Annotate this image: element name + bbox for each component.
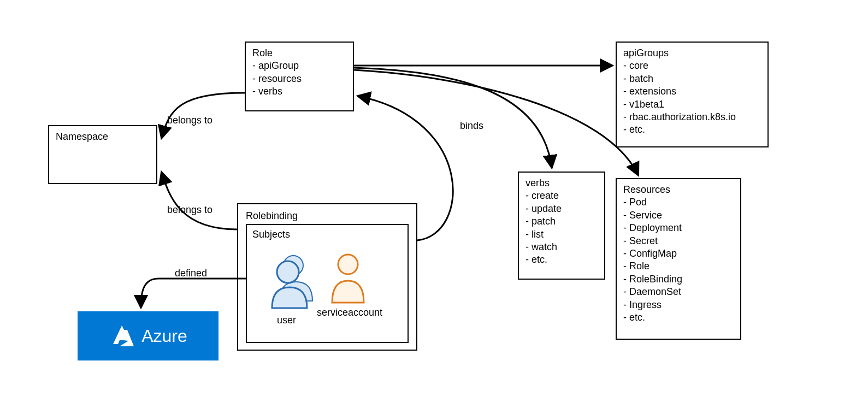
user-label: user — [277, 315, 296, 326]
edge-subjects-azure — [141, 279, 246, 307]
rolebinding-title: Rolebinding — [246, 210, 409, 222]
namespace-box: Namespace — [48, 125, 157, 184]
edge-label-belongs-to-2: belongs to — [167, 204, 212, 216]
edge-label-belongs-to-1: belongs to — [167, 115, 212, 126]
edge-rolebinding-namespace — [162, 173, 237, 229]
azure-label: Azure — [141, 326, 187, 346]
resources-item: - Role — [623, 260, 734, 273]
role-item: - resources — [252, 73, 346, 85]
apigroups-item: - etc. — [623, 123, 761, 136]
verbs-item: - etc. — [525, 253, 598, 266]
resources-item: - DaemonSet — [623, 286, 734, 298]
role-title: Role — [252, 47, 346, 60]
subjects-box: Subjects user serviceaccount — [246, 224, 409, 343]
verbs-item: - create — [525, 190, 598, 202]
resources-item: - Service — [623, 209, 734, 222]
resources-title: Resources — [623, 184, 734, 196]
subjects-title: Subjects — [252, 228, 402, 241]
apigroups-item: - extensions — [623, 85, 761, 98]
verbs-item: - watch — [525, 241, 598, 253]
apigroups-item: - core — [623, 60, 761, 72]
resources-item: - Ingress — [623, 299, 734, 311]
azure-box: Azure — [78, 311, 219, 360]
resources-item: - ConfigMap — [623, 247, 734, 260]
apigroups-title: apiGroups — [623, 47, 761, 60]
edge-role-verbs — [354, 68, 552, 167]
verbs-item: - update — [525, 203, 598, 215]
verbs-item: - patch — [525, 215, 598, 228]
verbs-item: - list — [525, 228, 598, 241]
serviceaccount-icon — [329, 252, 367, 304]
serviceaccount-label: serviceaccount — [317, 307, 382, 318]
verbs-title: verbs — [525, 177, 598, 190]
svg-point-1 — [277, 261, 299, 283]
apigroups-box: apiGroups - core - batch - extensions - … — [616, 42, 769, 147]
resources-item: - Secret — [623, 235, 734, 247]
edge-role-resources — [354, 70, 638, 175]
resources-box: Resources - Pod - Service - Deployment -… — [616, 178, 741, 340]
role-item: - verbs — [252, 85, 346, 98]
azure-icon — [109, 322, 136, 350]
verbs-box: verbs - create - update - patch - list -… — [518, 172, 605, 280]
role-box: Role - apiGroup - resources - verbs — [245, 42, 354, 111]
role-item: - apiGroup — [252, 60, 346, 72]
resources-item: - RoleBinding — [623, 273, 734, 286]
apigroups-item: - v1beta1 — [623, 98, 761, 111]
namespace-title: Namespace — [56, 131, 150, 143]
resources-item: - Deployment — [623, 222, 734, 234]
resources-item: - Pod — [623, 196, 734, 209]
apigroups-item: - batch — [623, 73, 761, 85]
apigroups-item: - rbac.authorization.k8s.io — [623, 111, 761, 123]
resources-item: - etc. — [623, 311, 734, 324]
edge-label-binds: binds — [460, 120, 483, 132]
edge-label-defined: defined — [175, 268, 207, 279]
user-icon — [269, 249, 318, 309]
svg-point-2 — [338, 255, 358, 274]
